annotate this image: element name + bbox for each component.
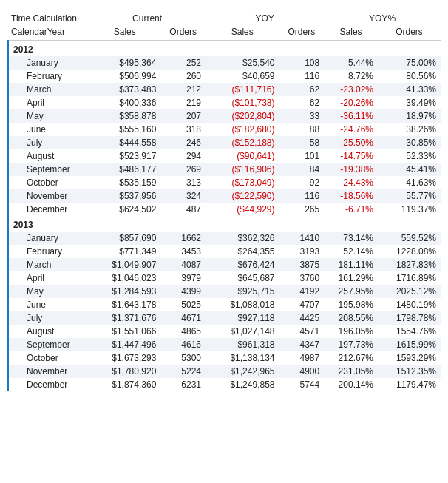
table-row: December$1,874,3606231$1,249,8585744200.… — [8, 378, 441, 391]
yoy-sales-cell: $362,326 — [206, 232, 279, 245]
yoy-pct-sales-cell: -23.02% — [324, 83, 378, 96]
yoy-pct-sales-cell: 181.11% — [324, 258, 378, 271]
cur-orders-cell: 219 — [160, 96, 206, 109]
table-row: August$523,917294($90,641)101-14.75%52.3… — [8, 149, 441, 163]
table-row: February$506,994260$40,6591168.72%80.56% — [8, 70, 441, 83]
month-cell: February — [8, 70, 89, 83]
year-label: 2013 — [8, 216, 441, 232]
cur-orders-cell: 324 — [160, 189, 206, 203]
yoy-sales-cell: $676,424 — [206, 258, 279, 271]
month-cell: September — [8, 163, 89, 176]
table-row: July$444,558246($152,188)58-25.50%30.85% — [8, 136, 441, 149]
yoy-pct-sales-cell: -24.43% — [324, 176, 378, 189]
col-header-current-group: Current — [89, 12, 206, 25]
col-header-yoy-group: YOY — [206, 12, 324, 25]
yoy-sales-cell: ($44,929) — [206, 203, 279, 216]
yoy-pct-orders-cell: 1827.83% — [378, 258, 441, 271]
yoy-orders-cell: 62 — [279, 96, 325, 109]
yoy-pct-sales-cell: -20.26% — [324, 96, 378, 109]
month-cell: September — [8, 338, 89, 351]
yoy-orders-cell: 4707 — [279, 298, 325, 311]
cur-sales-cell: $624,502 — [89, 203, 160, 216]
year-label: 2012 — [8, 41, 441, 57]
yoy-sales-cell: ($173,049) — [206, 176, 279, 189]
cur-sales-cell: $1,643,178 — [89, 298, 160, 311]
cur-sales-cell: $1,874,360 — [89, 378, 160, 391]
yoy-pct-orders-cell: 30.85% — [378, 136, 441, 149]
yoy-pct-sales-cell: 197.73% — [324, 338, 378, 351]
cur-orders-cell: 252 — [160, 56, 206, 70]
cur-sales-cell: $1,049,907 — [89, 258, 160, 271]
yoy-orders-cell: 3193 — [279, 245, 325, 258]
yoy-orders-cell: 84 — [279, 163, 325, 176]
cur-orders-cell: 6231 — [160, 378, 206, 391]
table-row: October$1,673,2935300$1,138,1344987212.6… — [8, 351, 441, 365]
table-row: April$400,336219($101,738)62-20.26%39.49… — [8, 96, 441, 109]
yoy-pct-orders-cell: 1593.29% — [378, 351, 441, 365]
yoy-sales-cell: ($152,188) — [206, 136, 279, 149]
yoy-pct-sales-cell: 195.98% — [324, 298, 378, 311]
yoy-pct-orders-cell: 41.33% — [378, 83, 441, 96]
yoy-pct-orders-cell: 1179.47% — [378, 378, 441, 391]
table-row: April$1,046,0233979$645,6873760161.29%17… — [8, 271, 441, 285]
yoy-pct-orders-cell: 41.63% — [378, 176, 441, 189]
yoy-pct-sales-cell: -24.76% — [324, 123, 378, 136]
yoy-sales-cell: $25,540 — [206, 56, 279, 70]
yoy-orders-cell: 4425 — [279, 311, 325, 325]
cur-sales-cell: $1,673,293 — [89, 351, 160, 365]
yoy-pct-sales-cell: 208.55% — [324, 311, 378, 325]
yoy-pct-orders-cell: 1228.08% — [378, 245, 441, 258]
yoy-pct-sales-cell: 161.29% — [324, 271, 378, 285]
cur-orders-cell: 4865 — [160, 325, 206, 338]
cur-sales-cell: $555,160 — [89, 123, 160, 136]
month-cell: October — [8, 351, 89, 365]
month-cell: December — [8, 203, 89, 216]
month-cell: November — [8, 365, 89, 378]
yoy-pct-orders-cell: 2025.12% — [378, 285, 441, 298]
cur-orders-cell: 246 — [160, 136, 206, 149]
yoy-pct-sales-cell: 231.05% — [324, 365, 378, 378]
yoy-pct-sales-cell: -6.71% — [324, 203, 378, 216]
col-header-calendaryear: CalendarYear — [8, 25, 89, 41]
month-cell: November — [8, 189, 89, 203]
yoy-pct-sales-cell: 212.67% — [324, 351, 378, 365]
table-row: January$495,364252$25,5401085.44%75.00% — [8, 56, 441, 70]
yoy-pct-orders-cell: 1512.35% — [378, 365, 441, 378]
yoy-pct-orders-cell: 1716.89% — [378, 271, 441, 285]
yoy-orders-cell: 5744 — [279, 378, 325, 391]
yoy-pct-orders-cell: 75.00% — [378, 56, 441, 70]
month-cell: December — [8, 378, 89, 391]
cur-sales-cell: $1,284,593 — [89, 285, 160, 298]
year-row: 2012 — [8, 41, 441, 57]
cur-orders-cell: 5025 — [160, 298, 206, 311]
table-row: December$624,502487($44,929)265-6.71%119… — [8, 203, 441, 216]
yoy-pct-orders-cell: 18.97% — [378, 109, 441, 123]
month-cell: October — [8, 176, 89, 189]
month-cell: March — [8, 258, 89, 271]
yoy-sales-cell: $645,687 — [206, 271, 279, 285]
cur-sales-cell: $857,690 — [89, 232, 160, 245]
table-row: November$537,956324($122,590)116-18.56%5… — [8, 189, 441, 203]
yoy-sales-cell: $925,715 — [206, 285, 279, 298]
cur-sales-cell: $486,177 — [89, 163, 160, 176]
yoy-sales-cell: $1,249,858 — [206, 378, 279, 391]
cur-orders-cell: 487 — [160, 203, 206, 216]
cur-orders-cell: 207 — [160, 109, 206, 123]
yoy-sales-cell: $927,118 — [206, 311, 279, 325]
yoy-pct-sales-cell: -25.50% — [324, 136, 378, 149]
yoy-orders-cell: 92 — [279, 176, 325, 189]
yoy-sales-cell: $1,138,134 — [206, 351, 279, 365]
yoy-pct-orders-cell: 38.26% — [378, 123, 441, 136]
cur-orders-cell: 269 — [160, 163, 206, 176]
yoy-pct-sales-cell: 257.95% — [324, 285, 378, 298]
yoy-orders-cell: 4192 — [279, 285, 325, 298]
cur-orders-cell: 318 — [160, 123, 206, 136]
yoy-sales-cell: ($111,716) — [206, 83, 279, 96]
month-cell: January — [8, 56, 89, 70]
cur-orders-cell: 4616 — [160, 338, 206, 351]
yoy-orders-cell: 108 — [279, 56, 325, 70]
cur-orders-cell: 1662 — [160, 232, 206, 245]
yoy-orders-cell: 101 — [279, 149, 325, 163]
yoy-pct-sales-cell: -19.38% — [324, 163, 378, 176]
cur-sales-cell: $535,159 — [89, 176, 160, 189]
